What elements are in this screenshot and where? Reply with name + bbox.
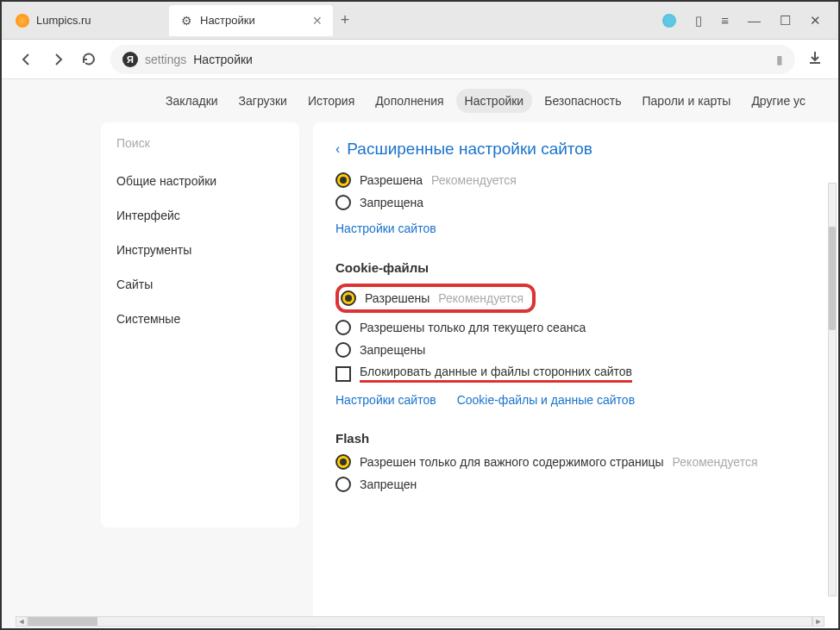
cookies-links: Настройки сайтов Cookie-файлы и данные с… [335,393,816,407]
tab-strip: Lumpics.ru ⚙ Настройки ✕ + ▯ ≡ — ☐ ✕ [2,2,838,40]
bookmark-icon[interactable]: ▮ [776,53,783,66]
cookies-session[interactable]: Разрешены только для текущего сеанса [335,320,816,335]
settings-panel: ‹ Расширенные настройки сайтов Разрешена… [313,122,838,628]
flash-important[interactable]: Разрешен только для важного содержимого … [335,454,816,470]
radio-label: Запрещен [360,477,417,491]
radio-hint: Рекомендуется [438,291,523,305]
close-button[interactable]: ✕ [810,13,821,28]
nav-passwords[interactable]: Пароли и карты [634,89,740,113]
address-host: settings [145,53,186,66]
content-area: Закладки Загрузки История Дополнения Нас… [2,79,838,628]
reload-button[interactable] [79,50,98,69]
nav-settings[interactable]: Настройки [456,89,533,113]
maximize-button[interactable]: ☐ [780,13,791,28]
tab-settings[interactable]: ⚙ Настройки ✕ [169,5,333,36]
checkbox-label: Блокировать данные и файлы сторонних сай… [360,365,632,378]
top-option-allowed[interactable]: Разрешена Рекомендуется [335,172,816,188]
search-input[interactable]: Поиск [101,122,299,164]
back-button[interactable] [17,50,36,69]
block-third-party[interactable]: Блокировать данные и файлы сторонних сай… [335,365,816,383]
alice-icon[interactable] [662,14,676,28]
radio-label: Запрещены [360,343,425,357]
radio-button[interactable] [335,320,351,335]
close-icon[interactable]: ✕ [312,14,323,28]
sidebar-system[interactable]: Системные [101,302,299,336]
new-tab-button[interactable]: + [333,11,357,29]
sidebar-tools[interactable]: Инструменты [101,233,299,267]
nav-security[interactable]: Безопасность [536,89,630,113]
browser-window: Lumpics.ru ⚙ Настройки ✕ + ▯ ≡ — ☐ ✕ Я s… [0,0,840,630]
cookies-allowed[interactable]: Разрешены Рекомендуется [341,290,523,306]
main-row: Поиск Общие настройки Интерфейс Инструме… [2,122,838,628]
sidebar-sites[interactable]: Сайты [101,267,299,302]
nav-downloads[interactable]: Загрузки [230,89,296,113]
radio-button[interactable] [335,195,351,210]
radio-label: Разрешены только для текущего сеанса [360,321,586,334]
radio-button[interactable] [335,172,351,188]
gear-icon: ⚙ [179,14,193,28]
link-cookie-data[interactable]: Cookie-файлы и данные сайтов [457,393,635,407]
scroll-right-button[interactable]: ► [812,616,824,627]
nav-addons[interactable]: Дополнения [367,89,452,113]
radio-hint: Рекомендуется [431,173,517,187]
radio-label: Разрешены [365,291,429,305]
tab-title: Lumpics.ru [36,14,91,27]
panel-back-link[interactable]: ‹ Расширенные настройки сайтов [335,140,816,159]
link-site-settings[interactable]: Настройки сайтов [335,221,436,235]
tableau-icon[interactable]: ▯ [695,13,702,28]
highlight-annotation: Разрешены Рекомендуется [335,284,536,313]
forward-button[interactable] [48,50,67,69]
radio-label: Разрешен только для важного содержимого … [360,455,664,469]
radio-button[interactable] [335,477,351,492]
settings-top-nav: Закладки Загрузки История Дополнения Нас… [2,79,838,122]
cookies-denied[interactable]: Запрещены [335,342,816,358]
radio-label: Запрещена [360,196,423,209]
vertical-scrollbar[interactable] [828,183,837,596]
downloads-button[interactable] [807,50,823,69]
radio-button[interactable] [341,290,356,306]
toolbar: Я settings Настройки ▮ [2,40,838,79]
scroll-left-button[interactable]: ◄ [16,616,28,627]
nav-services[interactable]: Другие ус [743,89,814,113]
radio-button[interactable] [335,454,351,470]
nav-bookmarks[interactable]: Закладки [157,89,227,113]
radio-button[interactable] [335,342,351,358]
tab-lumpics[interactable]: Lumpics.ru [5,5,169,36]
scrollbar-thumb[interactable] [28,617,97,626]
horizontal-scrollbar[interactable] [28,616,812,627]
radio-hint: Рекомендуется [673,455,758,469]
minimize-button[interactable]: — [748,13,761,28]
sidebar-interface[interactable]: Интерфейс [101,198,299,233]
cookies-heading: Cookie-файлы [335,260,816,275]
tab-title: Настройки [200,14,255,27]
menu-icon[interactable]: ≡ [721,13,729,28]
yandex-icon: Я [122,52,138,67]
nav-history[interactable]: История [299,89,363,113]
flash-heading: Flash [335,431,816,446]
panel-title-text: Расширенные настройки сайтов [347,140,592,159]
settings-sidebar: Поиск Общие настройки Интерфейс Инструме… [101,122,299,527]
scrollbar-thumb[interactable] [829,227,836,330]
link-site-settings[interactable]: Настройки сайтов [335,393,436,407]
address-bar[interactable]: Я settings Настройки ▮ [110,45,795,74]
flash-denied[interactable]: Запрещен [335,477,816,492]
orange-favicon [16,14,29,28]
sidebar-general[interactable]: Общие настройки [101,164,299,198]
underline-annotation: Блокировать данные и файлы сторонних сай… [360,365,632,383]
checkbox[interactable] [335,366,351,382]
radio-label: Разрешена [360,173,423,187]
window-controls: ▯ ≡ — ☐ ✕ [662,13,835,28]
top-option-denied[interactable]: Запрещена [335,195,816,210]
address-title: Настройки [193,53,253,66]
chevron-left-icon: ‹ [335,141,340,157]
